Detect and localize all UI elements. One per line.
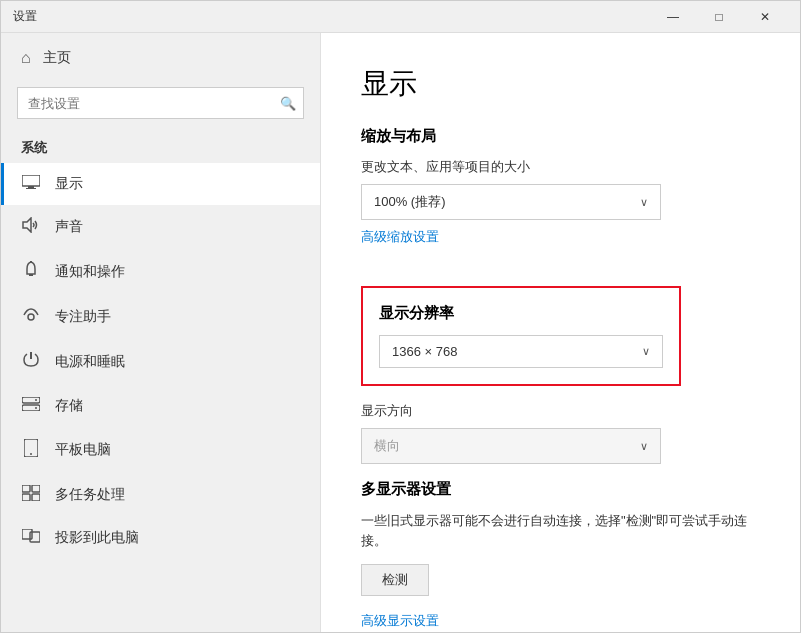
sidebar-item-multitask[interactable]: 多任务处理 — [1, 473, 320, 517]
notification-icon — [21, 261, 41, 283]
sidebar-item-storage[interactable]: 存储 — [1, 385, 320, 427]
sidebar: 主页 🔍 系统 显示 声音 — [1, 33, 321, 632]
scale-label: 更改文本、应用等项目的大小 — [361, 158, 760, 176]
scale-section-title: 缩放与布局 — [361, 127, 760, 146]
scale-value: 100% (推荐) — [374, 193, 446, 211]
svg-rect-2 — [26, 188, 36, 189]
resolution-section-title: 显示分辨率 — [379, 304, 663, 323]
svg-rect-8 — [22, 405, 40, 411]
page-title: 显示 — [361, 65, 760, 103]
multi-monitor-desc: 一些旧式显示器可能不会进行自动连接，选择"检测"即可尝试手动连接。 — [361, 511, 760, 550]
search-icon: 🔍 — [280, 96, 296, 111]
orientation-chevron-icon: ∨ — [640, 440, 648, 453]
svg-marker-3 — [23, 218, 31, 232]
sidebar-item-display[interactable]: 显示 — [1, 163, 320, 205]
titlebar: 设置 — □ ✕ — [1, 1, 800, 33]
minimize-button[interactable]: — — [650, 1, 696, 33]
svg-rect-13 — [22, 485, 30, 492]
window-title: 设置 — [13, 8, 650, 25]
tablet-icon — [21, 439, 41, 461]
svg-rect-1 — [28, 186, 34, 188]
multi-monitor-title: 多显示器设置 — [361, 480, 760, 499]
sidebar-item-project-label: 投影到此电脑 — [55, 529, 139, 547]
sidebar-item-display-label: 显示 — [55, 175, 83, 193]
search-input[interactable] — [17, 87, 304, 119]
sidebar-item-notifications-label: 通知和操作 — [55, 263, 125, 281]
resolution-chevron-icon: ∨ — [642, 345, 650, 358]
sidebar-home-item[interactable]: 主页 — [1, 33, 320, 83]
sound-icon — [21, 217, 41, 237]
sidebar-item-sound-label: 声音 — [55, 218, 83, 236]
power-icon — [21, 351, 41, 373]
sidebar-item-power-label: 电源和睡眠 — [55, 353, 125, 371]
settings-window: 设置 — □ ✕ 主页 🔍 系统 — [0, 0, 801, 633]
orientation-value: 横向 — [374, 437, 400, 455]
svg-rect-16 — [32, 494, 40, 501]
sidebar-item-power[interactable]: 电源和睡眠 — [1, 339, 320, 385]
project-icon — [21, 529, 41, 547]
advanced-display-link[interactable]: 高级显示设置 — [361, 612, 439, 630]
sidebar-item-storage-label: 存储 — [55, 397, 83, 415]
sidebar-item-focus[interactable]: 专注助手 — [1, 295, 320, 339]
main-content: 显示 缩放与布局 更改文本、应用等项目的大小 100% (推荐) ∨ 高级缩放设… — [321, 33, 800, 632]
orientation-label: 显示方向 — [361, 402, 760, 420]
scale-section: 缩放与布局 更改文本、应用等项目的大小 100% (推荐) ∨ 高级缩放设置 — [361, 127, 760, 262]
svg-rect-7 — [22, 397, 40, 403]
display-icon — [21, 175, 41, 193]
svg-point-12 — [30, 453, 32, 455]
sidebar-item-project[interactable]: 投影到此电脑 — [1, 517, 320, 559]
sidebar-home-label: 主页 — [43, 49, 71, 67]
svg-point-9 — [35, 399, 37, 401]
focus-icon — [21, 307, 41, 327]
svg-rect-0 — [22, 175, 40, 186]
sidebar-item-sound[interactable]: 声音 — [1, 205, 320, 249]
orientation-section: 显示方向 横向 ∨ — [361, 402, 760, 464]
content-area: 主页 🔍 系统 显示 声音 — [1, 33, 800, 632]
svg-point-10 — [35, 407, 37, 409]
multitask-icon — [21, 485, 41, 505]
svg-point-6 — [28, 314, 34, 320]
svg-rect-14 — [32, 485, 40, 492]
sidebar-item-multitask-label: 多任务处理 — [55, 486, 125, 504]
sidebar-item-tablet[interactable]: 平板电脑 — [1, 427, 320, 473]
detect-button[interactable]: 检测 — [361, 564, 429, 596]
storage-icon — [21, 397, 41, 415]
home-icon — [21, 49, 31, 67]
orientation-dropdown: 横向 ∨ — [361, 428, 661, 464]
resolution-value: 1366 × 768 — [392, 344, 457, 359]
window-controls: — □ ✕ — [650, 1, 788, 33]
svg-rect-4 — [29, 274, 33, 276]
advanced-scale-link[interactable]: 高级缩放设置 — [361, 228, 439, 246]
resolution-highlighted-section: 显示分辨率 1366 × 768 ∨ — [361, 286, 681, 386]
search-box: 🔍 — [17, 87, 304, 119]
svg-rect-15 — [22, 494, 30, 501]
sidebar-item-tablet-label: 平板电脑 — [55, 441, 111, 459]
resolution-dropdown[interactable]: 1366 × 768 ∨ — [379, 335, 663, 368]
multi-monitor-section: 多显示器设置 一些旧式显示器可能不会进行自动连接，选择"检测"即可尝试手动连接。… — [361, 480, 760, 632]
svg-rect-5 — [30, 261, 32, 263]
maximize-button[interactable]: □ — [696, 1, 742, 33]
close-button[interactable]: ✕ — [742, 1, 788, 33]
scale-chevron-icon: ∨ — [640, 196, 648, 209]
sidebar-section-title: 系统 — [1, 131, 320, 163]
scale-dropdown[interactable]: 100% (推荐) ∨ — [361, 184, 661, 220]
sidebar-item-notifications[interactable]: 通知和操作 — [1, 249, 320, 295]
sidebar-item-focus-label: 专注助手 — [55, 308, 111, 326]
